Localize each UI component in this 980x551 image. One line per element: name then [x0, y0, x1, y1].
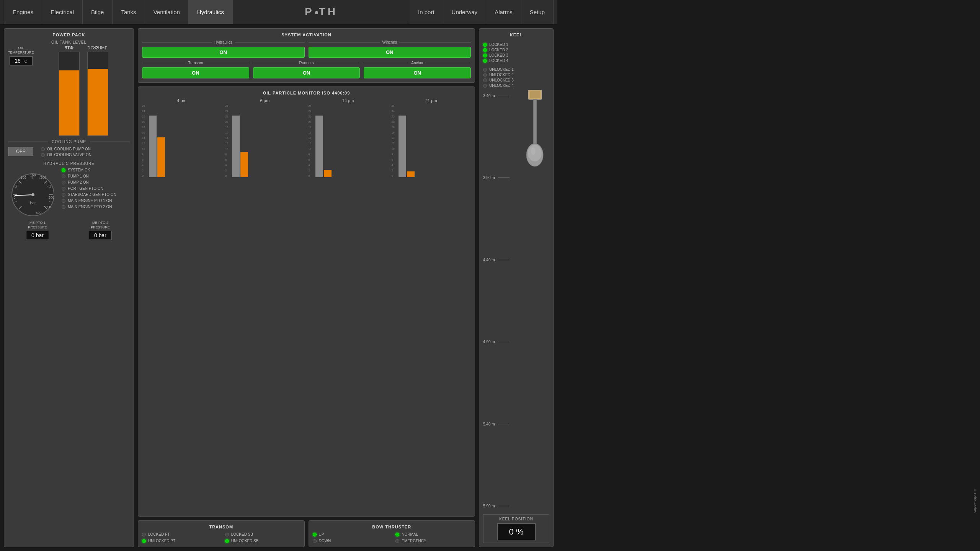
oil-tank-section: OIL TANK LEVEL OILTEMPERATURE 16 °C PTO …: [8, 40, 130, 136]
keel-unlocked-indicators: UNLOCKED 1 UNLOCKED 2 UNLOCKED 3 UNLOCKE…: [483, 67, 549, 88]
status-pump1-on: PUMP 1 ON: [62, 174, 130, 178]
oil-indicators: OIL COOLING PUMP ON OIL COOLING VALVE ON: [41, 147, 91, 158]
oil-cooling-valve-led: [41, 153, 45, 157]
transom-on-button[interactable]: ON: [142, 67, 249, 78]
transom-locked-sb-led: [225, 533, 229, 536]
bow-normal: NORMAL: [395, 532, 471, 536]
nav-item-bilge[interactable]: Bilge: [83, 0, 113, 24]
keel-locked-1: LOCKED 1: [483, 42, 549, 47]
pto-bar-container: 81.0: [59, 52, 80, 136]
bar-4um-orange: [157, 137, 165, 178]
bow-grid: UP NORMAL DOWN EMERGENCY: [313, 532, 471, 543]
runners-label-row: Runners: [253, 61, 360, 65]
bar-21um-gray: [399, 116, 406, 178]
transom-locked-pt: LOCKED PT: [142, 532, 217, 536]
particle-21um-label: 21 μm: [425, 98, 437, 103]
transom-unlocked-sb-led: [225, 539, 229, 543]
nav-item-setup[interactable]: Setup: [521, 0, 554, 24]
dcpump-bar-container: 82.0: [87, 52, 108, 136]
nav-item-engines[interactable]: Engines: [4, 0, 42, 24]
nav-item-tanks[interactable]: Tanks: [113, 0, 145, 24]
keel-unlocked-2: UNLOCKED 2: [483, 73, 549, 77]
hydraulic-row: 0 50 100 150 200 250 300 350 400: [8, 168, 130, 218]
dcpump-bar: [88, 69, 108, 135]
particle-21um: 21 μm 26 24 22 20 18 16 14 12 10 8: [392, 98, 471, 177]
status-port-gen-pto: PORT GEN PTO ON: [62, 186, 130, 191]
unlocked3-led: [483, 78, 487, 82]
svg-text:300: 300: [48, 196, 54, 199]
keel-visual-container: 3.40 m 3.90 m 4.40 m 4.90 m 5.40 m: [483, 90, 549, 512]
svg-rect-28: [533, 99, 537, 149]
keel-position-box: KEEL POSITION 0 %: [483, 514, 549, 543]
anchor-on-button[interactable]: ON: [364, 67, 471, 78]
winches-on-button[interactable]: ON: [309, 47, 471, 58]
svg-text:250: 250: [46, 184, 52, 188]
keel-unlocked-1: UNLOCKED 1: [483, 67, 549, 72]
cooling-pump-row: COOLING PUMP: [8, 140, 130, 144]
particle-4um: 4 μm 26 24 22 20 18 16 14 12 10 8: [142, 98, 221, 177]
depth-3.90: 3.90 m: [483, 176, 510, 180]
nav-item-ventilation[interactable]: Ventilation: [145, 0, 189, 24]
svg-text:150: 150: [30, 173, 36, 177]
power-pack-panel: POWER PACK OIL TANK LEVEL OILTEMPERATURE…: [4, 28, 134, 547]
locked2-led: [483, 48, 487, 52]
depth-4.40: 4.40 m: [483, 258, 510, 262]
oil-temp-section: OILTEMPERATURE 16 °C: [8, 46, 34, 69]
oil-temp-value: 16 °C: [10, 56, 33, 65]
status-pump2-on: PUMP 2 ON: [62, 180, 130, 184]
dash-left: [8, 142, 48, 142]
nav-item-inport[interactable]: In port: [410, 0, 443, 24]
svg-text:50: 50: [15, 184, 18, 188]
activation-transom: Transom ON: [142, 61, 249, 78]
cooling-pump-label: COOLING PUMP: [52, 140, 86, 144]
bow-emergency-led: [395, 539, 399, 543]
runners-on-button[interactable]: ON: [253, 67, 360, 78]
dcpump-chart: DC PUMP 82.0: [87, 46, 108, 136]
unlocked4-led: [483, 84, 487, 88]
particle-6um: 6 μm 26 24 22 20 18 16 14 12 10 8: [225, 98, 304, 177]
bow-up: UP: [313, 532, 388, 536]
nav-item-hydraulics[interactable]: Hydraulics: [189, 0, 233, 24]
transom-unlocked-sb: UNLOCKED SB: [225, 539, 301, 543]
depth-5.90: 5.90 m: [483, 504, 510, 508]
svg-point-31: [531, 147, 536, 155]
transom-locked-pt-led: [142, 533, 146, 536]
cooling-pump-section: COOLING PUMP OFF OIL COOLING PUMP ON OIL…: [8, 140, 130, 158]
dash-right: [90, 142, 130, 142]
oil-cooling-pump-led: [41, 147, 45, 151]
bar-14um-orange: [324, 170, 332, 177]
svg-point-24: [31, 193, 34, 196]
status-main-eng-pto2: MAIN ENGINE PTO 2 ON: [62, 205, 130, 209]
activation-row2: Transom ON Runners ON: [142, 61, 471, 78]
keel-locked-3: LOCKED 3: [483, 53, 549, 57]
nav-item-underway[interactable]: Underway: [443, 0, 487, 24]
hydraulics-on-button[interactable]: ON: [142, 47, 305, 58]
svg-text:200: 200: [40, 176, 46, 179]
transom-grid: LOCKED PT LOCKED SB UNLOCKED PT UNLOCKED…: [142, 532, 301, 543]
cooling-pump-button[interactable]: OFF: [8, 147, 33, 156]
nav-item-alarms[interactable]: Alarms: [486, 0, 521, 24]
pto-bar: [59, 70, 79, 135]
hydraulics-label-row: Hydraulics: [142, 40, 305, 44]
bar-4um-gray: [149, 116, 157, 178]
oil-tank-title: OIL TANK LEVEL: [8, 40, 130, 44]
bow-down: DOWN: [313, 539, 388, 543]
logo-text: PTH: [305, 6, 338, 18]
keel-panel: KEEL LOCKED 1 LOCKED 2 LOCKED 3 LOCKED 4: [479, 28, 554, 547]
bar-14um-gray: [315, 116, 323, 178]
particle-21um-chart: 26 24 22 20 18 16 14 12 10 8 6 4: [392, 104, 471, 177]
nav-bar: Engines Electrical Bilge Tanks Ventilati…: [0, 0, 557, 24]
transom-title: TRANSOM: [142, 525, 301, 529]
nav-item-electrical[interactable]: Electrical: [42, 0, 83, 24]
keel-illustration: [521, 90, 549, 174]
keel-locked-indicators: LOCKED 1 LOCKED 2 LOCKED 3 LOCKED 4: [483, 42, 549, 63]
keel-locked-4: LOCKED 4: [483, 59, 549, 63]
unlocked1-led: [483, 68, 487, 72]
transom-locked-sb: LOCKED SB: [225, 532, 301, 536]
bow-emergency: EMERGENCY: [395, 539, 471, 543]
particle-14um-chart: 26 24 22 20 18 16 14 12 10 8 6 4: [309, 104, 388, 177]
bow-thruster-panel: BOW THRUSTER UP NORMAL DOWN: [309, 520, 475, 547]
oil-cooling-valve-on: OIL COOLING VALVE ON: [41, 153, 91, 157]
anchor-label-row: Anchor: [364, 61, 471, 65]
keel-position-value: 0 %: [497, 523, 536, 540]
